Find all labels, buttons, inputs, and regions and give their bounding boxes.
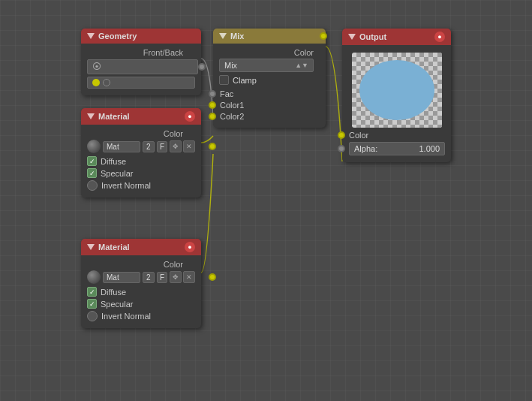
material1-title: Material — [98, 112, 181, 121]
mat1-icon-btns: ✥ ✕ — [170, 140, 195, 152]
material2-color-output[interactable] — [209, 273, 216, 281]
material1-color-output[interactable] — [209, 143, 216, 150]
mix-node-header[interactable]: Mix — [213, 29, 326, 44]
sphere-icon: ⦿ — [92, 62, 101, 72]
clamp-row: Clamp — [219, 75, 314, 85]
invert-normal2-row: Invert Normal — [87, 311, 195, 321]
invert-circle2 — [87, 311, 98, 321]
specular-label: Specular — [101, 169, 133, 178]
mix-collapse-triangle — [219, 33, 227, 39]
output-close[interactable]: ● — [434, 32, 445, 42]
output-node-header[interactable]: Output ● — [342, 29, 451, 45]
mat1-icon — [87, 140, 101, 153]
color1-socket[interactable] — [209, 101, 216, 109]
collapse-triangle2 — [87, 244, 95, 250]
mat1-btn2[interactable]: ✕ — [183, 140, 195, 152]
output-preview — [352, 53, 442, 128]
color-dot — [92, 79, 100, 86]
specular-checkbox[interactable] — [87, 168, 97, 178]
mat1-btn1[interactable]: ✥ — [170, 140, 182, 152]
color-dot2 — [103, 79, 110, 86]
alpha-value: 1.000 — [419, 144, 440, 153]
color2-socket-row: Color2 — [219, 112, 314, 121]
diffuse2-checkbox[interactable] — [87, 287, 97, 297]
fac-socket-row: Fac — [219, 89, 314, 98]
diffuse-row: Diffuse — [87, 156, 195, 166]
material1-node: Material ● Color Mat 2 F ✥ ✕ Diffuse Spe… — [81, 108, 201, 197]
mat2-icon-btns: ✥ ✕ — [170, 271, 195, 283]
fac-socket[interactable] — [209, 90, 216, 98]
material1-header[interactable]: Material ● — [81, 108, 201, 125]
diffuse-checkbox[interactable] — [87, 156, 97, 166]
output-collapse-triangle — [348, 34, 356, 40]
color2-label: Color2 — [220, 112, 244, 121]
material1-close[interactable]: ● — [185, 111, 195, 122]
output-node: Output ● Color Alpha: 1.000 — [342, 29, 451, 162]
clamp-checkbox[interactable] — [219, 75, 229, 85]
output-node-title: Output — [359, 32, 431, 41]
color1-socket-row: Color1 — [219, 101, 314, 110]
invert-normal2-label: Invert Normal — [101, 312, 151, 321]
color-input-socket[interactable] — [338, 131, 345, 139]
clamp-label: Clamp — [233, 76, 257, 85]
mix-color-output[interactable] — [320, 32, 327, 40]
front-back-output-socket[interactable] — [198, 63, 206, 71]
dropdown-arrow: ▲▼ — [295, 62, 308, 69]
fac-label: Fac — [220, 89, 233, 98]
mat1-f[interactable]: F — [157, 141, 167, 152]
front-back-socket-row: ⦿ — [87, 59, 195, 74]
mat2-name[interactable]: Mat — [103, 272, 140, 283]
diffuse-label: Diffuse — [101, 157, 126, 166]
invert-normal-row: Invert Normal — [87, 180, 195, 191]
mix-color-label: Color — [219, 48, 314, 57]
mat1-num[interactable]: 2 — [143, 141, 155, 152]
material2-header[interactable]: Material ● — [81, 239, 201, 255]
front-back-label: Front/Back — [87, 48, 195, 57]
geometry-node: Geometry Front/Back ⦿ — [81, 29, 201, 95]
mat1-name[interactable]: Mat — [103, 141, 140, 152]
mat2-btn1[interactable]: ✥ — [170, 271, 182, 283]
invert-circle — [87, 180, 98, 191]
mat2-icon — [87, 270, 101, 284]
geometry-node-title: Geometry — [98, 32, 195, 41]
diffuse2-label: Diffuse — [101, 288, 126, 297]
material2-node: Material ● Color Mat 2 F ✥ ✕ Diffuse Spe… — [81, 239, 201, 328]
specular2-checkbox[interactable] — [87, 299, 97, 309]
mat2-f[interactable]: F — [157, 272, 167, 283]
alpha-row: Alpha: 1.000 — [348, 142, 445, 155]
mat2-btn2[interactable]: ✕ — [183, 271, 195, 283]
color1-label: Color1 — [220, 101, 244, 110]
color-swatch-row — [87, 77, 195, 89]
material2-color-label: Color — [87, 260, 195, 269]
material1-color-label: Color — [87, 129, 195, 138]
alpha-field[interactable]: Alpha: 1.000 — [349, 142, 445, 155]
mix-node: Mix Color Mix ▲▼ Clamp Fac Color1 — [213, 29, 326, 128]
collapse-triangle — [87, 33, 95, 39]
preview-circle — [359, 60, 434, 120]
output-color-label: Color — [349, 131, 368, 140]
specular-row: Specular — [87, 168, 195, 178]
diffuse2-row: Diffuse — [87, 287, 195, 297]
mix-blend-dropdown[interactable]: Mix ▲▼ — [219, 59, 314, 72]
material2-close[interactable]: ● — [185, 242, 195, 252]
collapse-triangle1 — [87, 113, 95, 119]
invert-normal-label: Invert Normal — [101, 181, 151, 190]
material2-title: Material — [98, 243, 181, 252]
specular2-row: Specular — [87, 299, 195, 309]
mat2-num[interactable]: 2 — [143, 272, 155, 283]
alpha-label: Alpha: — [354, 144, 377, 153]
mix-node-title: Mix — [230, 32, 316, 41]
alpha-socket[interactable] — [338, 145, 345, 152]
color2-socket[interactable] — [209, 113, 216, 120]
specular2-label: Specular — [101, 300, 133, 309]
color-input-row: Color — [348, 131, 445, 140]
geometry-node-header[interactable]: Geometry — [81, 29, 201, 44]
